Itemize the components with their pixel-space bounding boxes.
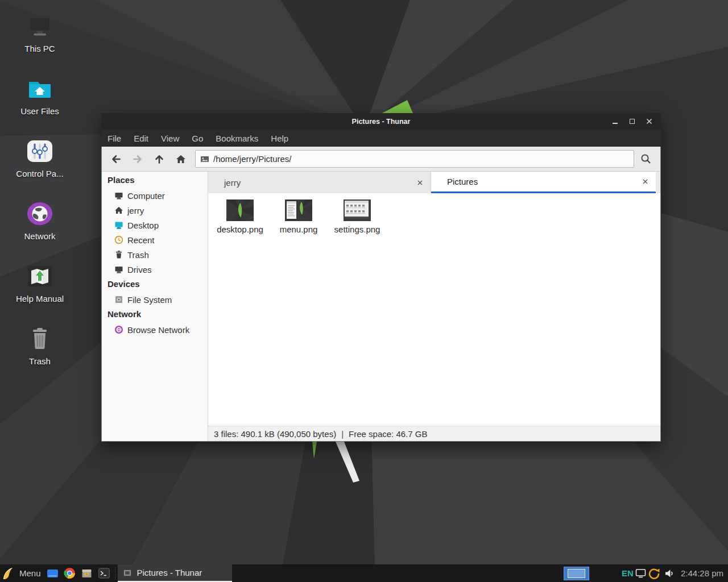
sidebar-heading-devices: Devices [102, 277, 208, 291]
sidebar-item-browse-network[interactable]: Browse Network [102, 322, 208, 337]
minimize-button[interactable] [606, 113, 623, 130]
forward-button[interactable] [127, 149, 148, 169]
path-bar[interactable]: /home/jerry/Pictures/ [195, 150, 634, 168]
menubar: File Edit View Go Bookmarks Help [101, 130, 661, 147]
tab-close-button[interactable] [643, 172, 648, 192]
keyboard-layout-indicator[interactable]: EN [622, 568, 634, 578]
image-thumbnail [226, 199, 254, 221]
tab-close-button[interactable] [417, 172, 423, 193]
toolbar: /home/jerry/Pictures/ [102, 147, 660, 172]
file-view[interactable]: desktop.png menu.png settings.png [208, 193, 660, 426]
search-icon [640, 153, 652, 165]
menu-button[interactable] [1, 567, 15, 580]
sidebar-item-computer[interactable]: Computer [102, 188, 208, 203]
status-separator: | [341, 429, 344, 439]
menu-file[interactable]: File [101, 134, 127, 143]
status-files: 3 files: 490.1 kB (490,050 bytes) [214, 429, 336, 439]
chrome-icon [64, 567, 76, 579]
sidebar-item-drives[interactable]: Drives [102, 262, 208, 277]
sidebar-heading-places: Places [102, 173, 208, 187]
menu-go[interactable]: Go [185, 134, 209, 143]
network-globe-icon [26, 200, 53, 227]
home-icon [175, 153, 187, 165]
help-manual-icon [26, 263, 53, 290]
window-title: Pictures - Thunar [101, 118, 661, 126]
close-button[interactable] [640, 113, 657, 130]
panel-handle[interactable] [113, 567, 117, 580]
titlebar[interactable]: Pictures - Thunar [101, 113, 661, 130]
trash-can-icon [26, 325, 53, 352]
minimize-icon [613, 123, 618, 124]
thunar-window: Pictures - Thunar File Edit View Go Book… [101, 114, 661, 442]
archive-manager-icon [81, 568, 93, 579]
desktop-icon-this-pc[interactable]: This PC [6, 13, 74, 53]
linux-lite-logo [2, 567, 14, 580]
sidebar-item-file-system[interactable]: File System [102, 292, 208, 307]
pager-window [568, 569, 585, 578]
drives-icon [114, 265, 123, 274]
task-button-thunar[interactable]: Pictures - Thunar [118, 564, 232, 582]
status-free-space: Free space: 46.7 GB [349, 429, 427, 439]
image-file-icon [200, 155, 209, 164]
back-icon [110, 153, 122, 165]
search-button[interactable] [634, 149, 657, 169]
up-button[interactable] [148, 149, 170, 169]
control-panel-icon [26, 138, 53, 165]
sidebar-item-recent[interactable]: Recent [102, 232, 208, 247]
terminal-icon [98, 568, 110, 579]
up-icon [154, 153, 165, 165]
desktop-icon-control-panel[interactable]: Control Pa... [6, 138, 74, 178]
menu-button-label[interactable]: Menu [19, 568, 41, 578]
back-button[interactable] [105, 149, 127, 169]
file-settings-png[interactable]: settings.png [330, 199, 384, 234]
menu-help[interactable]: Help [264, 134, 295, 143]
image-thumbnail [285, 199, 312, 221]
network-globe-icon [114, 325, 123, 334]
tab-pictures[interactable]: Pictures [431, 172, 656, 193]
tab-jerry[interactable]: jerry [208, 172, 431, 193]
path-text: /home/jerry/Pictures/ [213, 154, 292, 164]
sidebar-heading-network: Network [102, 307, 208, 321]
computer-icon [114, 191, 123, 200]
display-tray-icon[interactable] [635, 568, 646, 578]
volume-tray-icon[interactable] [664, 568, 676, 579]
home-button[interactable] [170, 149, 192, 169]
archive-launcher[interactable] [80, 567, 94, 580]
terminal-launcher[interactable] [97, 567, 111, 580]
menu-bookmarks[interactable]: Bookmarks [209, 134, 264, 143]
trash-icon [114, 250, 123, 259]
maximize-button[interactable] [623, 113, 640, 130]
status-bar: 3 files: 490.1 kB (490,050 bytes) | Free… [208, 426, 660, 441]
updates-tray-icon[interactable] [648, 567, 660, 580]
desktop-icon-user-files[interactable]: User Files [6, 75, 74, 116]
sidebar-item-desktop[interactable]: Desktop [102, 218, 208, 232]
clock[interactable]: 2:44:28 pm [681, 568, 723, 578]
sidebar-item-jerry[interactable]: jerry [102, 203, 208, 218]
menu-view[interactable]: View [155, 134, 185, 143]
sidebar: Places Computer jerry Desktop Recent Tra… [102, 172, 208, 441]
workspace-pager[interactable] [564, 567, 589, 580]
sidebar-item-trash[interactable]: Trash [102, 247, 208, 262]
taskbar: Menu Pictures - Thunar EN 2:44:28 pm [0, 564, 728, 582]
recent-clock-icon [114, 235, 123, 244]
desktop-icon-help-manual[interactable]: Help Manual [6, 263, 74, 304]
desktop-icon-network[interactable]: Network [6, 200, 74, 241]
file-menu-png[interactable]: menu.png [271, 199, 326, 234]
files-launcher[interactable] [46, 567, 60, 580]
menu-edit[interactable]: Edit [127, 134, 155, 143]
close-icon [417, 180, 423, 185]
chrome-launcher[interactable] [63, 567, 77, 580]
desktop-icon-trash[interactable]: Trash [6, 325, 74, 366]
maximize-icon [630, 119, 635, 124]
computer-icon [26, 13, 53, 40]
thunar-icon [123, 568, 132, 577]
filesystem-drive-icon [114, 295, 123, 304]
home-icon [114, 206, 123, 215]
close-icon [646, 118, 652, 124]
close-icon [643, 179, 648, 184]
desktop-icon [114, 221, 123, 230]
file-desktop-png[interactable]: desktop.png [213, 199, 267, 234]
forward-icon [132, 153, 143, 165]
tab-bar: jerry Pictures [208, 172, 660, 193]
image-thumbnail [344, 199, 371, 221]
